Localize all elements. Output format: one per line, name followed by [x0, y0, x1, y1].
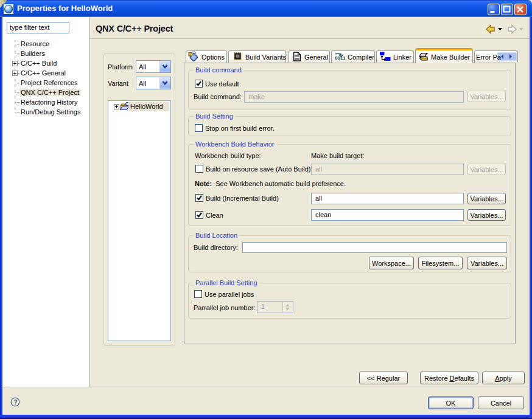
svg-text:01: 01 — [236, 55, 240, 58]
svg-text:?: ? — [13, 399, 17, 406]
svg-text:0011: 0011 — [335, 55, 345, 60]
